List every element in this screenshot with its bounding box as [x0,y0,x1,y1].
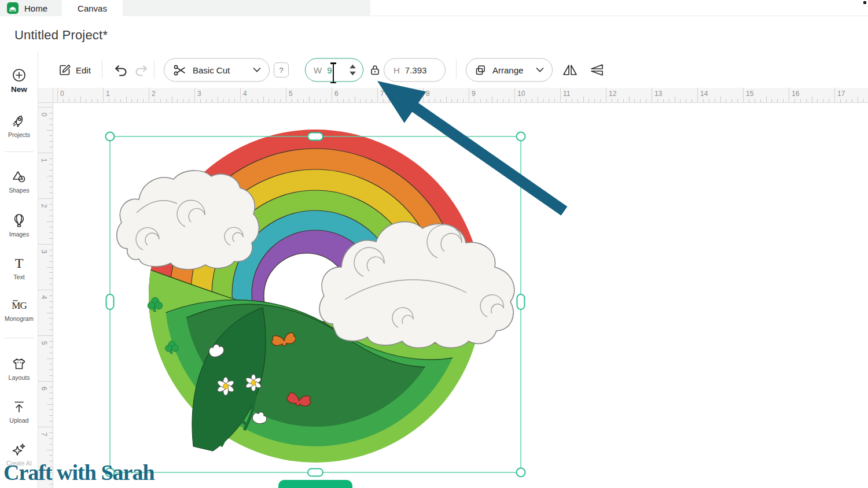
flip-horizontal-button[interactable] [562,63,578,77]
cloud-left [117,171,259,269]
tab-canvas-label: Canvas [78,3,107,13]
rainbow-design[interactable] [117,127,514,486]
sidebar-item-label: Text [13,273,24,280]
sidebar-item-label: Shapes [9,187,30,194]
sidebar-item-label: Images [9,231,29,238]
sidebar-item-shapes[interactable]: Shapes [0,169,38,194]
window-artifact-dot [863,1,866,4]
selection-handle-top[interactable] [308,133,323,141]
sparkles-icon [11,442,27,458]
undo-icon [113,63,128,77]
shapes-icon [11,169,27,185]
sidebar-item-upload[interactable]: Upload [0,399,38,424]
edit-toolbar: Edit Basic Cut ? W 9 H 7.393 [38,52,868,88]
stepper-down-icon [350,72,356,76]
arrange-value: Arrange [492,65,523,75]
watermark-text: Craft with Sarah [3,460,155,485]
toolbar-separator [102,60,102,79]
sidebar-item-layouts[interactable]: Layouts [0,356,38,381]
bottom-green-button[interactable] [278,480,352,488]
cricut-logo-icon [7,2,19,14]
lock-aspect-button[interactable] [370,64,380,76]
ruler-horizontal: 01234567891011121314151617 [53,88,868,103]
arrange-layers-icon [475,64,487,76]
flip-vertical-button[interactable] [588,63,604,77]
height-label: H [393,65,400,75]
linetype-select[interactable]: Basic Cut [164,58,270,82]
text-cursor-ibeam [330,62,337,83]
tab-home-label: Home [24,3,47,13]
design-canvas[interactable] [53,103,868,488]
upload-icon [11,399,27,415]
hot-air-balloon-icon [11,213,27,229]
sidebar-item-projects[interactable]: Projects [0,113,38,138]
sidebar: New Projects Shapes Images T Text MG Mon… [0,52,38,488]
sidebar-item-label: Projects [8,131,30,138]
selection-handle-top-left[interactable] [106,132,115,141]
svg-text:MG: MG [12,300,27,311]
sidebar-item-label: New [11,85,27,94]
toolbar-separator [456,60,457,79]
rocket-icon [11,113,27,130]
tab-canvas[interactable]: Canvas [62,0,123,17]
height-value: 7.393 [405,65,427,75]
sidebar-item-monogram[interactable]: MG Monogram [0,297,38,322]
selection-handle-top-right[interactable] [517,132,525,141]
edit-pencil-icon [58,63,72,77]
undo-button[interactable] [113,63,128,77]
selection-handle-bottom-right[interactable] [517,468,525,477]
arrange-select[interactable]: Arrange [466,58,553,82]
stepper-up-icon [350,65,356,69]
flip-horizontal-icon [562,63,578,77]
tab-strip: Home Canvas [0,0,868,16]
sidebar-divider [5,151,34,152]
lock-icon [370,64,380,76]
tab-home[interactable]: Home [0,0,62,17]
monogram-icon: MG [9,297,29,313]
chevron-down-icon [253,68,261,73]
selection-handle-bottom[interactable] [308,469,323,476]
sidebar-item-text[interactable]: T Text [0,256,38,280]
cricut-design-space-window: Home Canvas Untitled Project* New Projec… [0,0,868,488]
text-icon: T [11,256,27,272]
sidebar-divider [5,338,34,338]
ruler-corner [38,88,53,103]
help-button[interactable]: ? [274,62,289,77]
width-stepper[interactable] [348,59,363,82]
sidebar-item-images[interactable]: Images [0,213,38,238]
height-input[interactable]: H 7.393 [384,58,446,82]
sidebar-item-label: Layouts [9,374,30,381]
scissors-icon [172,63,187,77]
page-title: Untitled Project* [14,28,108,43]
tshirt-icon [11,356,27,372]
redo-button[interactable] [134,63,149,77]
sidebar-item-label: Upload [9,417,28,424]
plus-circle-icon [11,67,27,83]
selection-handle-left[interactable] [106,294,114,309]
width-label: W [314,65,322,75]
linetype-value: Basic Cut [193,65,230,75]
ruler-vertical: 01234567 [38,103,53,488]
chevron-down-icon [536,68,544,73]
edit-button-label: Edit [76,65,91,75]
svg-text:T: T [15,256,24,271]
sidebar-item-label: Monogram [5,315,34,322]
edit-button[interactable]: Edit [58,63,91,77]
redo-icon [134,63,149,77]
flip-vertical-icon [588,63,604,77]
toolbar-separator [154,60,155,79]
selection-handle-right[interactable] [517,294,525,309]
sidebar-item-new[interactable]: New [0,67,38,94]
